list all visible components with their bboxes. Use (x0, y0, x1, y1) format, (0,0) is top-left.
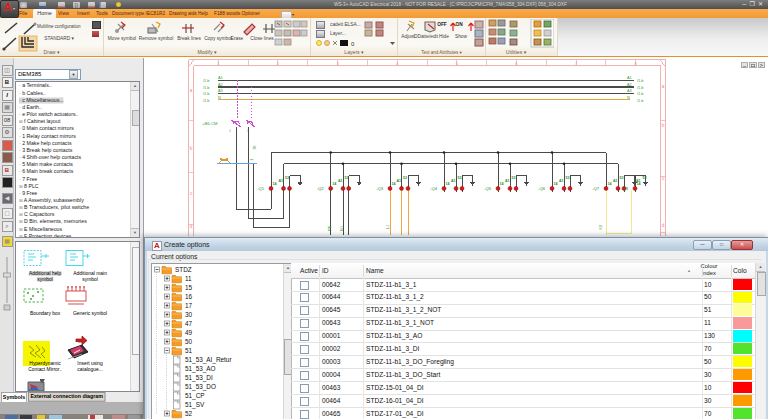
svg-text:A2: A2 (218, 83, 223, 87)
svg-text:-Q8: -Q8 (621, 186, 629, 191)
svg-text:53: 53 (345, 176, 349, 180)
svg-text:11: 11 (185, 274, 192, 281)
svg-text:STDZ: STDZ (175, 265, 192, 272)
svg-text:A1: A1 (636, 179, 641, 183)
svg-text:53: 53 (512, 176, 516, 180)
svg-text:A1: A1 (627, 76, 632, 80)
svg-text:4: 4 (396, 61, 399, 66)
svg-text:17: 17 (185, 301, 193, 308)
svg-text:b: b (662, 123, 665, 128)
svg-text:b: b (190, 146, 193, 151)
svg-text:/1.b: /1.b (637, 86, 643, 90)
svg-text:2: 2 (277, 61, 280, 66)
svg-text:14: 14 (608, 182, 612, 186)
svg-text:51: 51 (185, 346, 193, 353)
svg-text:N1: N1 (339, 225, 344, 231)
svg-text:53: 53 (620, 176, 624, 180)
svg-text:53: 53 (458, 176, 462, 180)
svg-text:/1.b: /1.b (637, 79, 643, 83)
svg-text:30: 30 (185, 310, 193, 317)
svg-text:53: 53 (403, 176, 407, 180)
svg-text:A1: A1 (505, 179, 510, 183)
svg-text:14: 14 (332, 182, 336, 186)
svg-text:PE: PE (327, 225, 332, 231)
svg-text:14: 14 (273, 182, 277, 186)
svg-text:14: 14 (500, 182, 504, 186)
svg-text:-Q6: -Q6 (538, 186, 546, 191)
svg-text:14: 14 (446, 182, 450, 186)
svg-text:51_53_DI: 51_53_DI (185, 373, 213, 381)
svg-text:6: 6 (515, 61, 518, 66)
svg-text:/1.b: /1.b (203, 79, 209, 83)
svg-text:a: a (662, 84, 665, 89)
svg-text:5: 5 (456, 61, 459, 66)
svg-text:49: 49 (185, 328, 193, 335)
svg-text:51_SV: 51_SV (185, 400, 205, 408)
svg-text:/1.b: /1.b (203, 86, 209, 90)
svg-text:d: d (190, 224, 193, 229)
svg-text:16: 16 (185, 292, 193, 299)
svg-text:52: 52 (185, 409, 193, 416)
svg-text:+B6-CM: +B6-CM (202, 121, 218, 126)
svg-text:A1: A1 (451, 179, 456, 183)
svg-text:51_CP: 51_CP (185, 391, 205, 399)
svg-text:14: 14 (392, 182, 396, 186)
svg-text:-Q2: -Q2 (317, 186, 325, 191)
svg-text:51_53_DO: 51_53_DO (185, 382, 216, 390)
svg-text:a: a (190, 88, 193, 93)
svg-text:A1: A1 (338, 179, 343, 183)
svg-text:47: 47 (185, 319, 193, 326)
svg-text:1: 1 (229, 129, 231, 133)
svg-text:7: 7 (575, 61, 578, 66)
svg-text:-Q1: -Q1 (257, 186, 265, 191)
svg-text:A2: A2 (627, 83, 632, 87)
svg-text:-Q5: -Q5 (484, 186, 492, 191)
svg-text:L1: L1 (385, 224, 390, 229)
svg-text:c: c (190, 191, 193, 196)
svg-text:-Q3: -Q3 (376, 186, 384, 191)
svg-text:A1: A1 (397, 179, 402, 183)
svg-text:A1: A1 (218, 76, 223, 80)
svg-text:53: 53 (643, 176, 647, 180)
svg-text:/1.b: /1.b (637, 92, 643, 96)
svg-text:A1: A1 (279, 179, 284, 183)
svg-text:A3: A3 (218, 89, 223, 93)
svg-text:-Q4: -Q4 (430, 186, 438, 191)
svg-text:1: 1 (249, 158, 254, 161)
svg-text:N: N (218, 96, 221, 100)
svg-text:15: 15 (185, 283, 193, 290)
svg-text:/1.b: /1.b (637, 99, 643, 103)
svg-text:X2: X2 (598, 224, 603, 230)
svg-text:14: 14 (554, 182, 558, 186)
svg-text:50: 50 (185, 337, 193, 344)
svg-text:c: c (662, 176, 665, 181)
svg-text:/1.b: /1.b (203, 92, 209, 96)
svg-text:53: 53 (566, 176, 570, 180)
svg-text:-Q7: -Q7 (592, 186, 600, 191)
svg-text:A3: A3 (627, 89, 632, 93)
svg-text:3: 3 (336, 61, 339, 66)
svg-text:8: 8 (635, 61, 638, 66)
svg-text:51_53_AO: 51_53_AO (185, 364, 216, 372)
svg-text:A1: A1 (559, 179, 564, 183)
svg-text:0: 0 (351, 41, 355, 47)
svg-text:51_53_AI_Retur: 51_53_AI_Retur (185, 355, 232, 363)
svg-text:53: 53 (285, 176, 289, 180)
svg-text:d: d (662, 223, 665, 228)
svg-text:7K: 7K (252, 145, 257, 150)
svg-text:N: N (627, 96, 630, 100)
svg-text:A1: A1 (613, 179, 618, 183)
svg-text:1: 1 (217, 61, 220, 66)
svg-text:/1.b: /1.b (203, 99, 209, 103)
